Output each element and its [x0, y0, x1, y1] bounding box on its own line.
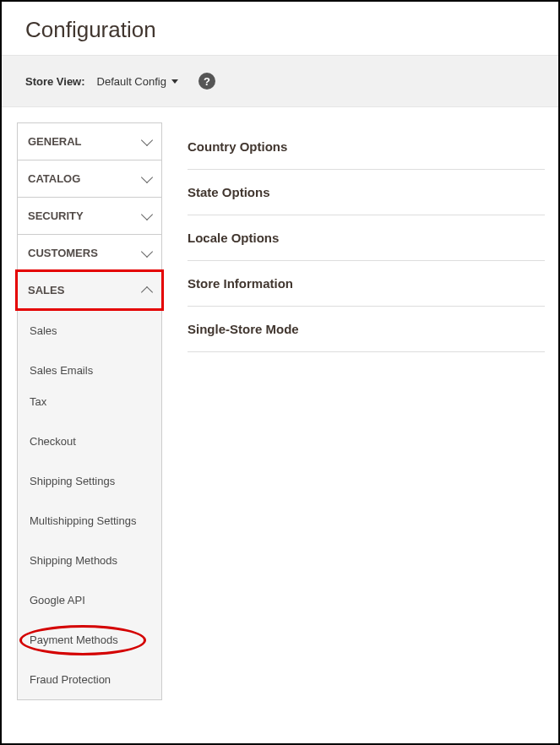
dropdown-icon — [171, 79, 178, 84]
config-sidebar: GENERAL CATALOG SECURITY CUSTOMERS SALES… — [17, 122, 162, 700]
sidebar-section-security[interactable]: SECURITY — [17, 197, 162, 234]
sidebar-item-shipping-settings[interactable]: Shipping Settings — [18, 461, 161, 501]
chevron-down-icon — [141, 245, 153, 257]
sidebar-section-label: SALES — [28, 284, 64, 296]
sales-sub-items: Sales Sales Emails Tax Checkout Shipping… — [17, 311, 162, 700]
store-view-label: Store View: — [25, 75, 85, 88]
sidebar-item-fraud-protection[interactable]: Fraud Protection — [18, 660, 161, 699]
sidebar-section-sales[interactable]: SALES — [15, 269, 164, 311]
sidebar-section-label: SECURITY — [28, 209, 84, 222]
chevron-down-icon — [141, 171, 153, 182]
help-icon[interactable]: ? — [198, 73, 215, 90]
config-section-single-store-mode[interactable]: Single-Store Mode — [188, 307, 545, 352]
config-section-locale-options[interactable]: Locale Options — [188, 215, 545, 261]
config-section-country-options[interactable]: Country Options — [188, 124, 545, 170]
sidebar-section-label: GENERAL — [28, 135, 82, 148]
page-title: Configuration — [2, 2, 558, 55]
sidebar-section-label: CATALOG — [28, 172, 80, 185]
sidebar-item-shipping-methods[interactable]: Shipping Methods — [18, 541, 161, 580]
sidebar-item-sales[interactable]: Sales — [18, 311, 161, 351]
sidebar-item-sales-emails[interactable]: Sales Emails — [18, 351, 161, 390]
sidebar-item-google-api[interactable]: Google API — [18, 580, 161, 620]
main-content: Country Options State Options Locale Opt… — [188, 122, 545, 700]
config-section-state-options[interactable]: State Options — [188, 170, 545, 215]
sidebar-item-checkout[interactable]: Checkout — [18, 421, 161, 461]
store-view-select[interactable]: Default Config — [97, 75, 178, 88]
store-view-value: Default Config — [97, 75, 166, 88]
sidebar-section-catalog[interactable]: CATALOG — [17, 160, 162, 197]
config-section-store-information[interactable]: Store Information — [188, 261, 545, 307]
sidebar-item-label: Payment Methods — [30, 634, 118, 646]
sidebar-section-label: CUSTOMERS — [28, 247, 98, 259]
chevron-up-icon — [141, 285, 153, 297]
chevron-down-icon — [141, 133, 153, 145]
sidebar-item-multishipping-settings[interactable]: Multishipping Settings — [18, 501, 161, 541]
chevron-down-icon — [141, 208, 153, 220]
sidebar-item-payment-methods[interactable]: Payment Methods — [18, 620, 161, 660]
sidebar-section-general[interactable]: GENERAL — [17, 122, 162, 160]
scope-bar: Store View: Default Config ? — [2, 55, 558, 107]
sidebar-item-tax[interactable]: Tax — [18, 390, 161, 421]
sidebar-section-customers[interactable]: CUSTOMERS — [17, 234, 162, 271]
